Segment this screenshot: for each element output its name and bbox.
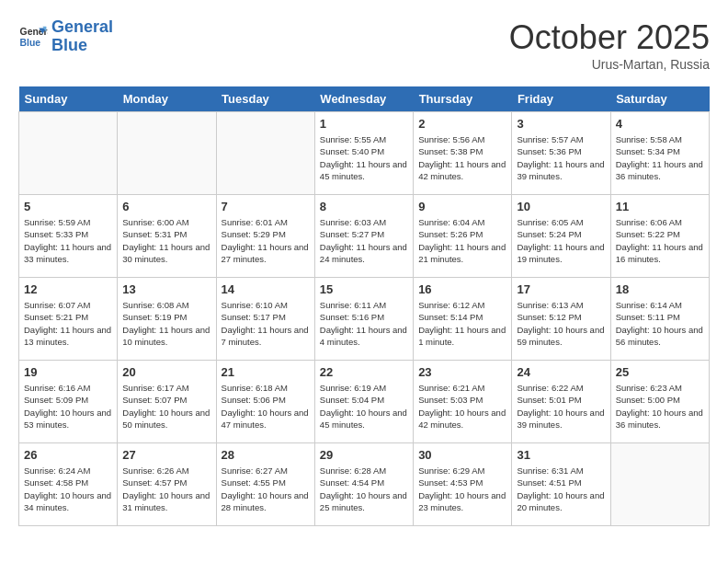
day-info: Sunrise: 6:01 AM Sunset: 5:29 PM Dayligh… [222,216,310,265]
day-info: Sunrise: 6:27 AM Sunset: 4:55 PM Dayligh… [222,465,310,513]
calendar-cell: 13Sunrise: 6:08 AM Sunset: 5:19 PM Dayli… [118,278,216,361]
day-info: Sunrise: 6:13 AM Sunset: 5:12 PM Dayligh… [517,299,605,348]
day-number: 5 [24,200,112,213]
calendar-cell: 15Sunrise: 6:11 AM Sunset: 5:16 PM Dayli… [314,278,413,361]
calendar-cell [610,443,709,526]
day-info: Sunrise: 6:10 AM Sunset: 5:17 PM Dayligh… [222,299,310,348]
calendar-cell [216,112,314,195]
day-number: 30 [418,448,506,462]
calendar-cell: 12Sunrise: 6:07 AM Sunset: 5:21 PM Dayli… [19,278,118,361]
calendar-cell: 8Sunrise: 6:03 AM Sunset: 5:27 PM Daylig… [314,195,413,278]
day-info: Sunrise: 6:21 AM Sunset: 5:03 PM Dayligh… [418,382,506,431]
location: Urus-Martan, Russia [509,57,710,72]
logo: General Blue General Blue [18,18,113,55]
day-info: Sunrise: 6:16 AM Sunset: 5:09 PM Dayligh… [24,382,112,431]
day-info: Sunrise: 6:19 AM Sunset: 5:04 PM Dayligh… [320,382,408,431]
calendar-cell: 1Sunrise: 5:55 AM Sunset: 5:40 PM Daylig… [314,112,413,195]
day-info: Sunrise: 6:04 AM Sunset: 5:26 PM Dayligh… [418,216,506,265]
calendar-cell: 29Sunrise: 6:28 AM Sunset: 4:54 PM Dayli… [314,443,413,526]
day-number: 17 [517,282,605,296]
calendar-table: SundayMondayTuesdayWednesdayThursdayFrid… [18,86,710,526]
week-row-0: 1Sunrise: 5:55 AM Sunset: 5:40 PM Daylig… [19,112,710,195]
weekday-header-thursday: Thursday [414,86,512,112]
calendar-cell: 21Sunrise: 6:18 AM Sunset: 5:06 PM Dayli… [216,361,314,443]
day-number: 22 [320,365,408,379]
day-info: Sunrise: 5:55 AM Sunset: 5:40 PM Dayligh… [320,133,408,182]
day-number: 9 [418,200,506,213]
day-info: Sunrise: 6:24 AM Sunset: 4:58 PM Dayligh… [24,465,112,513]
calendar-cell: 30Sunrise: 6:29 AM Sunset: 4:53 PM Dayli… [414,443,512,526]
day-number: 18 [616,282,704,296]
calendar-cell: 17Sunrise: 6:13 AM Sunset: 5:12 PM Dayli… [512,278,610,361]
week-row-2: 12Sunrise: 6:07 AM Sunset: 5:21 PM Dayli… [19,278,710,361]
weekday-header-saturday: Saturday [610,86,709,112]
day-number: 28 [222,448,310,462]
day-number: 6 [122,200,210,213]
week-row-4: 26Sunrise: 6:24 AM Sunset: 4:58 PM Dayli… [19,443,710,526]
day-number: 24 [517,365,605,379]
day-info: Sunrise: 6:03 AM Sunset: 5:27 PM Dayligh… [320,216,408,265]
weekday-header-wednesday: Wednesday [314,86,413,112]
calendar-cell: 4Sunrise: 5:58 AM Sunset: 5:34 PM Daylig… [610,112,709,195]
day-number: 7 [222,200,310,213]
month-title: October 2025 [509,18,710,57]
logo-text: General Blue [51,18,113,55]
weekday-header-sunday: Sunday [19,86,118,112]
weekday-header-row: SundayMondayTuesdayWednesdayThursdayFrid… [19,86,710,112]
day-number: 26 [24,448,112,462]
calendar-cell [118,112,216,195]
day-info: Sunrise: 6:06 AM Sunset: 5:22 PM Dayligh… [616,216,704,265]
calendar-cell: 7Sunrise: 6:01 AM Sunset: 5:29 PM Daylig… [216,195,314,278]
calendar-cell: 6Sunrise: 6:00 AM Sunset: 5:31 PM Daylig… [118,195,216,278]
svg-text:Blue: Blue [20,37,41,47]
calendar-cell: 5Sunrise: 5:59 AM Sunset: 5:33 PM Daylig… [19,195,118,278]
day-number: 23 [418,365,506,379]
day-number: 10 [517,200,605,213]
calendar-cell: 27Sunrise: 6:26 AM Sunset: 4:57 PM Dayli… [118,443,216,526]
day-number: 27 [122,448,210,462]
page-header: General Blue General Blue October 2025 U… [18,18,710,72]
calendar-cell: 18Sunrise: 6:14 AM Sunset: 5:11 PM Dayli… [610,278,709,361]
calendar-cell: 9Sunrise: 6:04 AM Sunset: 5:26 PM Daylig… [414,195,512,278]
day-info: Sunrise: 6:22 AM Sunset: 5:01 PM Dayligh… [517,382,605,431]
weekday-header-monday: Monday [118,86,216,112]
day-number: 15 [320,282,408,296]
calendar-cell: 16Sunrise: 6:12 AM Sunset: 5:14 PM Dayli… [414,278,512,361]
calendar-cell: 26Sunrise: 6:24 AM Sunset: 4:58 PM Dayli… [19,443,118,526]
weekday-header-tuesday: Tuesday [216,86,314,112]
calendar-cell: 25Sunrise: 6:23 AM Sunset: 5:00 PM Dayli… [610,361,709,443]
calendar-cell [19,112,118,195]
calendar-cell: 14Sunrise: 6:10 AM Sunset: 5:17 PM Dayli… [216,278,314,361]
day-info: Sunrise: 6:26 AM Sunset: 4:57 PM Dayligh… [122,465,210,513]
day-number: 19 [24,365,112,379]
weekday-header-friday: Friday [512,86,610,112]
week-row-3: 19Sunrise: 6:16 AM Sunset: 5:09 PM Dayli… [19,361,710,443]
day-info: Sunrise: 6:28 AM Sunset: 4:54 PM Dayligh… [320,465,408,513]
day-info: Sunrise: 6:18 AM Sunset: 5:06 PM Dayligh… [222,382,310,431]
day-number: 8 [320,200,408,213]
calendar-cell: 2Sunrise: 5:56 AM Sunset: 5:38 PM Daylig… [414,112,512,195]
day-info: Sunrise: 5:59 AM Sunset: 5:33 PM Dayligh… [24,216,112,265]
day-number: 16 [418,282,506,296]
calendar-cell: 3Sunrise: 5:57 AM Sunset: 5:36 PM Daylig… [512,112,610,195]
day-number: 4 [616,117,704,131]
day-number: 11 [616,200,704,213]
day-info: Sunrise: 6:12 AM Sunset: 5:14 PM Dayligh… [418,299,506,348]
day-info: Sunrise: 6:08 AM Sunset: 5:19 PM Dayligh… [122,299,210,348]
day-info: Sunrise: 6:05 AM Sunset: 5:24 PM Dayligh… [517,216,605,265]
day-info: Sunrise: 5:58 AM Sunset: 5:34 PM Dayligh… [616,133,704,182]
day-number: 31 [517,448,605,462]
day-info: Sunrise: 6:00 AM Sunset: 5:31 PM Dayligh… [122,216,210,265]
day-number: 20 [122,365,210,379]
calendar-cell: 11Sunrise: 6:06 AM Sunset: 5:22 PM Dayli… [610,195,709,278]
day-info: Sunrise: 5:57 AM Sunset: 5:36 PM Dayligh… [517,133,605,182]
calendar-cell: 31Sunrise: 6:31 AM Sunset: 4:51 PM Dayli… [512,443,610,526]
calendar-cell: 22Sunrise: 6:19 AM Sunset: 5:04 PM Dayli… [314,361,413,443]
day-number: 12 [24,282,112,296]
calendar-cell: 10Sunrise: 6:05 AM Sunset: 5:24 PM Dayli… [512,195,610,278]
day-number: 25 [616,365,704,379]
calendar-cell: 28Sunrise: 6:27 AM Sunset: 4:55 PM Dayli… [216,443,314,526]
day-info: Sunrise: 6:29 AM Sunset: 4:53 PM Dayligh… [418,465,506,513]
calendar-cell: 20Sunrise: 6:17 AM Sunset: 5:07 PM Dayli… [118,361,216,443]
day-info: Sunrise: 6:11 AM Sunset: 5:16 PM Dayligh… [320,299,408,348]
